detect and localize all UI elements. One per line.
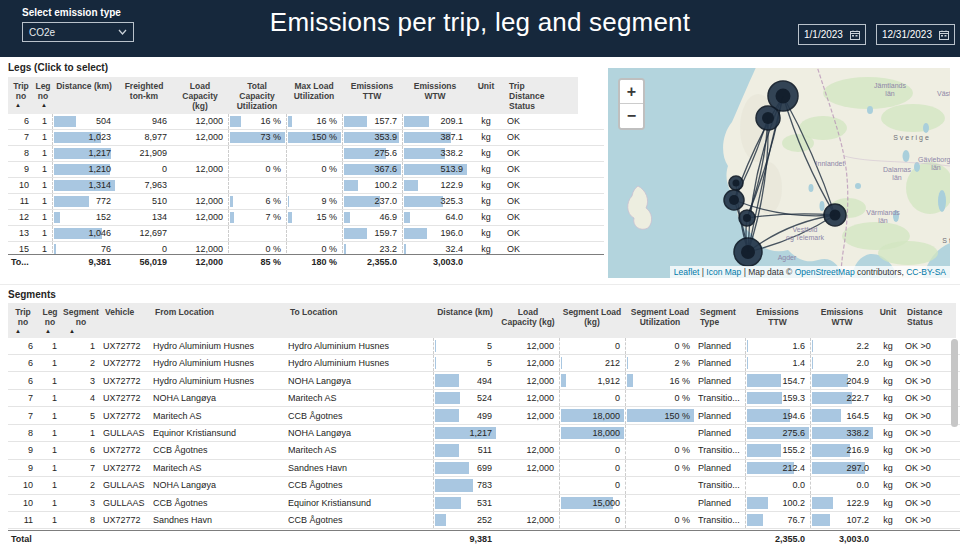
column-header[interactable]: Distance (km) [52,77,116,114]
map-node[interactable] [724,190,744,210]
column-header[interactable]: Unit [874,303,902,338]
cell: GULLAAS [100,477,150,493]
cell: 1 [34,114,52,129]
column-header[interactable]: Load Capacity (kg) [497,303,559,338]
map-attribution: Leaflet | Icon Map | Map data © OpenStre… [670,266,950,278]
end-date-input[interactable]: 12/31/2023 [876,24,955,45]
column-header[interactable]: Leg no▲ [34,77,52,114]
column-header[interactable]: Load Capacity (kg) [172,77,228,114]
table-row[interactable]: 1118UX72772Sandnes HavnCCB Ågotnes25212,… [8,512,960,529]
cell: OK [504,130,560,145]
cell: 0 % [625,442,695,458]
attribution-link[interactable]: Leaflet [674,267,700,277]
map[interactable]: JämtlandslänVästern...SverigeGävleborgsl… [608,68,950,278]
column-header[interactable]: Vehicle [100,303,150,338]
table-row[interactable]: 916UX72772CCB ÅgotnesMaritech AS51112,00… [8,442,960,459]
map-node[interactable] [739,210,755,226]
cell: 3,003.0 [810,531,874,547]
table-row[interactable]: 715UX72772Maritech ASCCB Ågotnes49912,00… [8,407,960,424]
column-header[interactable]: Leg no▲ [38,303,62,338]
column-header[interactable]: From Location [150,303,285,338]
table-row[interactable]: 911,210012,0000 %0 %367.6513.9kgOK [8,162,604,178]
table-row[interactable]: 1012GULLAASNOHA LangøyaCCB Ågotnes7830Tr… [8,477,960,494]
scrollbar-thumb[interactable] [951,339,958,427]
column-header[interactable]: Distance (km) [433,303,497,338]
cell: 12,000 [497,372,559,388]
emission-type-dropdown[interactable]: CO2e [22,22,134,42]
column-header[interactable]: Segment Type [695,303,745,338]
table-row[interactable]: 1311,04612,697159.7196.0kgOK [8,226,604,242]
column-header[interactable]: Emissions TTW [745,303,810,338]
table-row[interactable]: 1013GULLAASCCB ÅgotnesEquinor Kristiansu… [8,495,960,512]
table-row[interactable]: 611UX72772Hydro Aluminium HusnesHydro Al… [8,338,960,355]
data-bar [747,374,781,386]
table-row[interactable]: 612UX72772Hydro Aluminium HusnesHydro Al… [8,355,960,372]
table-row[interactable]: 714UX72772NOHA LangøyaMaritech AS52412,0… [8,390,960,407]
column-header[interactable]: Segment Load Utilization [625,303,695,338]
cell: 150 % [286,130,342,145]
start-date-input[interactable]: 1/1/2023 [798,24,866,45]
column-header[interactable]: To Location [285,303,433,338]
table-row[interactable]: 811,21721,909275.6338.2kgOK [8,146,604,162]
cell: Sandnes Havn [150,512,285,528]
top-header: Select emission type CO2e Emissions per … [0,0,960,57]
cell [497,477,559,493]
column-header[interactable]: Trip no▲ [8,303,38,338]
cell [172,178,228,193]
column-header[interactable]: Emissions TTW [342,77,402,114]
cell: Maritech AS [150,407,285,423]
cell: 0 [559,338,625,354]
column-header[interactable]: Trip Distance Status [504,77,560,114]
column-header[interactable]: Total Capacity Utilization [228,77,286,114]
column-header[interactable]: Emissions WTW [402,77,468,114]
attribution-link[interactable]: Icon Map [706,267,741,277]
map-lake [820,201,825,211]
column-header[interactable]: Max Load Utilization [286,77,342,114]
map-node[interactable] [734,238,762,266]
cell: CCB Ågotnes [285,407,433,423]
data-bar [812,409,841,421]
attribution-link[interactable]: OpenStreetMap [795,267,855,277]
attribution-link[interactable]: CC-BY-SA [906,267,946,277]
cell: kg [874,338,902,354]
column-header[interactable]: Trip no▲ [8,77,34,114]
column-header[interactable]: Freighted ton-km [116,77,172,114]
start-date-value: 1/1/2023 [804,29,843,40]
cell: OK >0 [902,460,948,476]
map-node[interactable] [729,176,743,190]
table-row[interactable]: 11177251012,0006 %9 %237.0325.3kgOK [8,194,604,210]
cell: 12,000 [172,210,228,225]
map-region-label: Agder [778,254,797,262]
map-node[interactable] [756,106,780,130]
zoom-in-button[interactable]: + [620,80,643,104]
column-header[interactable]: Segment no▲ [62,303,100,338]
cell: 1 [34,194,52,209]
cell: 6 [62,442,100,458]
column-header[interactable]: Segment Load (kg) [559,303,625,338]
column-header[interactable]: Distance Status [902,303,948,338]
map-node[interactable] [824,204,846,226]
zoom-out-button[interactable]: − [620,104,643,128]
cell: 2.2 [810,338,874,354]
cell: OK >0 [902,390,948,406]
table-row[interactable]: 12115213412,0007 %15 %46.964.0kgOK [8,210,604,226]
column-header[interactable]: Emissions WTW [810,303,874,338]
table-row[interactable]: 811GULLAASEquinor KristiansundNOHA Langø… [8,425,960,442]
cell: 76 [52,242,116,254]
map-forest-patch [878,241,938,265]
cell: 1 [34,210,52,225]
table-row[interactable]: 15176012,0000 %0 %23.232.4kgOK [8,242,604,254]
cell [228,226,286,241]
table-row[interactable]: 1011,3147,963100.2122.9kgOK [8,178,604,194]
table-row[interactable]: 711,0238,97712,00073 %150 %353.9387.1kgO… [8,130,604,146]
table-row[interactable]: 6150494612,00016 %16 %157.7209.1kgOK [8,114,604,130]
cell [38,531,62,547]
cell: Transitio... [695,442,745,458]
cell: 946 [116,114,172,129]
cell: 9,381 [52,255,116,270]
cell: 12,000 [497,512,559,528]
column-header[interactable]: Unit [468,77,504,114]
cell: 15 % [286,210,342,225]
table-row[interactable]: 917UX72772Maritech ASSandnes Havn69912,0… [8,460,960,477]
table-row[interactable]: 613UX72772Hydro Aluminium HusnesNOHA Lan… [8,372,960,389]
